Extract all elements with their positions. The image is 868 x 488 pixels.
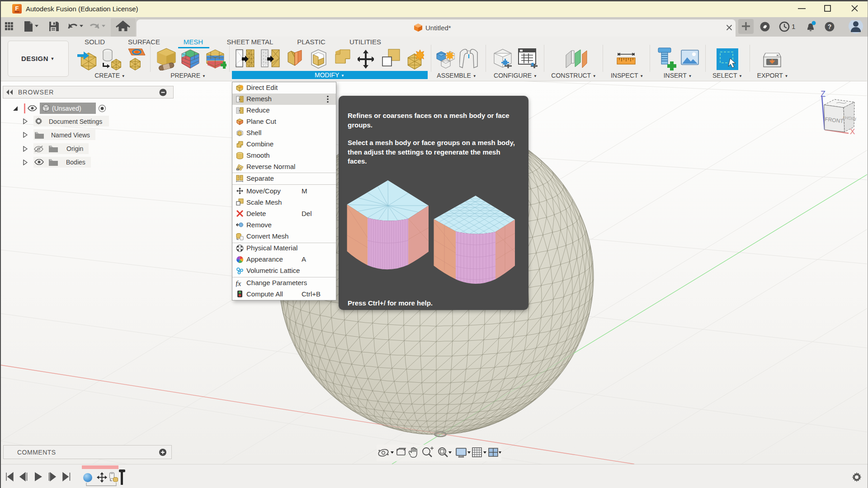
svg-text:Z: Z	[821, 90, 826, 99]
svg-text:?: ?	[828, 23, 832, 30]
svg-text:F: F	[15, 5, 19, 12]
svg-text:1: 1	[792, 23, 795, 30]
svg-text:X: X	[850, 127, 855, 136]
svg-text:fx: fx	[236, 279, 241, 287]
